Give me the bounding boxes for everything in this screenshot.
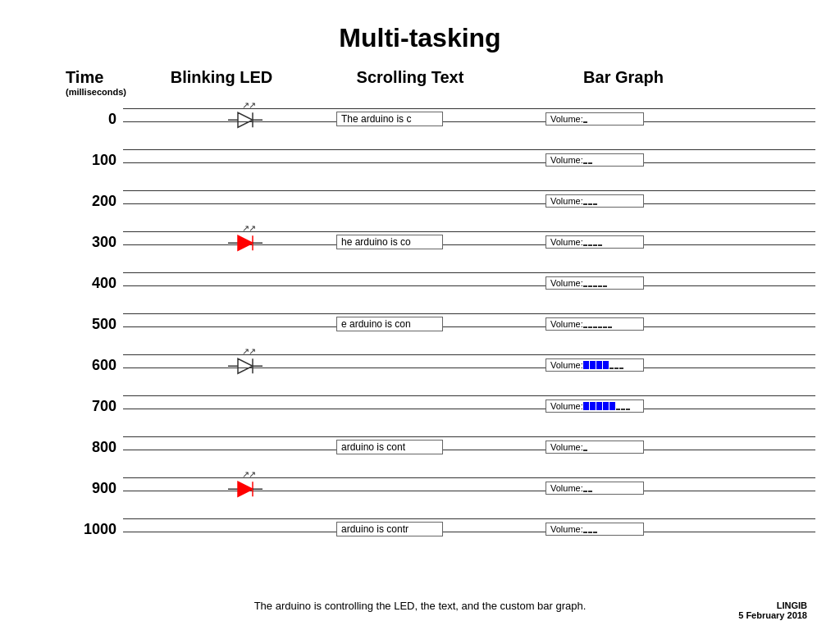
bar-segment bbox=[596, 402, 602, 410]
col-scroll-header: Scrolling Text bbox=[304, 68, 517, 87]
bar-segment bbox=[609, 402, 615, 410]
bar-graph-box: Volume: bbox=[546, 276, 644, 290]
timeline-line-top bbox=[123, 354, 815, 355]
scroll-text-box: arduino is contr bbox=[336, 522, 443, 536]
bar-segment bbox=[593, 238, 597, 246]
svg-marker-13 bbox=[238, 482, 253, 496]
bar-label: Volume: bbox=[550, 401, 583, 411]
bar-segment bbox=[588, 525, 592, 533]
bar-label: Volume: bbox=[550, 442, 583, 452]
led-symbol: ↗↗ bbox=[228, 223, 269, 252]
time-label: 800 bbox=[66, 439, 123, 456]
bar-segment bbox=[626, 402, 630, 410]
bar-segment bbox=[608, 320, 612, 328]
bar-segment bbox=[583, 279, 587, 287]
bar-segment bbox=[598, 279, 602, 287]
row-lines: ↗↗he arduino is coVolume: bbox=[123, 221, 815, 262]
row-lines: ↗↗Volume: bbox=[123, 468, 815, 509]
row-lines: arduino is contVolume: bbox=[123, 427, 815, 468]
col-time-header: Time bbox=[66, 68, 139, 87]
led-symbol: ↗↗ bbox=[228, 346, 269, 375]
bar-segment bbox=[583, 115, 587, 123]
table-row: 1000arduino is contrVolume: bbox=[66, 509, 815, 550]
led-arrows: ↗↗ bbox=[242, 223, 255, 234]
timeline-line-top bbox=[123, 272, 815, 273]
bar-segment bbox=[583, 443, 587, 451]
bar-segment bbox=[588, 279, 592, 287]
bar-graph-box: Volume: bbox=[546, 235, 644, 249]
led-svg bbox=[228, 357, 269, 375]
table-row: 300↗↗he arduino is coVolume: bbox=[66, 221, 815, 262]
timeline-line-bottom bbox=[123, 326, 815, 327]
timeline-line-top bbox=[123, 313, 815, 314]
svg-marker-1 bbox=[238, 112, 253, 127]
bar-label: Volume: bbox=[550, 114, 583, 124]
bar-segment bbox=[583, 361, 589, 369]
svg-marker-9 bbox=[238, 358, 253, 373]
bar-label: Volume: bbox=[550, 319, 583, 329]
bar-segment bbox=[603, 279, 607, 287]
time-label: 0 bbox=[66, 111, 123, 128]
bar-label: Volume: bbox=[550, 155, 583, 165]
table-row: 700Volume: bbox=[66, 386, 815, 427]
footer-caption: The arduino is controlling the LED, the … bbox=[0, 600, 840, 612]
time-label: 500 bbox=[66, 316, 123, 333]
scroll-text-box: e arduino is con bbox=[336, 317, 443, 331]
time-label: 600 bbox=[66, 357, 123, 374]
scroll-text-box: he arduino is co bbox=[336, 235, 443, 249]
timeline-line-bottom bbox=[123, 203, 815, 204]
bar-segment bbox=[593, 320, 597, 328]
timeline-line-top bbox=[123, 436, 815, 437]
timeline-line-bottom bbox=[123, 121, 815, 122]
bar-segment bbox=[621, 402, 625, 410]
time-label: 700 bbox=[66, 398, 123, 415]
scroll-text-box: The arduino is c bbox=[336, 112, 443, 126]
led-svg bbox=[228, 234, 269, 252]
col-led-header: Blinking LED bbox=[139, 68, 304, 87]
scroll-text-box: arduino is cont bbox=[336, 440, 443, 454]
timeline-line-top bbox=[123, 190, 815, 191]
bar-segment bbox=[583, 238, 587, 246]
led-svg bbox=[228, 480, 269, 498]
table-row: 600↗↗Volume: bbox=[66, 345, 815, 386]
led-arrows: ↗↗ bbox=[242, 469, 255, 480]
bar-label: Volume: bbox=[550, 237, 583, 247]
bar-segment bbox=[590, 402, 596, 410]
table-row: 200Volume: bbox=[66, 180, 815, 221]
table-row: 400Volume: bbox=[66, 262, 815, 304]
timeline-line-bottom bbox=[123, 532, 815, 532]
bar-label: Volume: bbox=[550, 524, 583, 534]
bar-segment bbox=[614, 361, 619, 369]
bar-graph-box: Volume: bbox=[546, 317, 644, 331]
bar-segment bbox=[603, 361, 609, 369]
bar-segment bbox=[588, 484, 592, 492]
table-row: 900↗↗Volume: bbox=[66, 468, 815, 509]
bar-segment bbox=[603, 402, 609, 410]
row-lines: arduino is contrVolume: bbox=[123, 509, 815, 550]
led-symbol: ↗↗ bbox=[228, 100, 269, 129]
bar-segment bbox=[583, 320, 587, 328]
bar-segment bbox=[603, 320, 607, 328]
footer-credit: LINGIB 5 February 2018 bbox=[738, 600, 807, 620]
time-label: 900 bbox=[66, 480, 123, 497]
row-lines: Volume: bbox=[123, 262, 815, 304]
bar-segment bbox=[593, 525, 597, 533]
timeline-line-bottom bbox=[123, 244, 815, 245]
timeline-line-bottom bbox=[123, 285, 815, 286]
bar-label: Volume: bbox=[550, 196, 583, 206]
col-time-sub: (milliseconds) bbox=[66, 87, 139, 97]
bar-segment bbox=[588, 320, 592, 328]
bar-graph-box: Volume: bbox=[546, 358, 644, 372]
bar-graph-box: Volume: bbox=[546, 482, 644, 495]
col-bar-header: Bar Graph bbox=[517, 68, 730, 87]
bar-graph-box: Volume: bbox=[546, 194, 644, 208]
bar-segment bbox=[609, 361, 614, 369]
bar-segment bbox=[583, 525, 587, 533]
bar-segment bbox=[593, 279, 597, 287]
bar-segment bbox=[588, 156, 592, 164]
bar-segment bbox=[588, 238, 592, 246]
bar-segment bbox=[616, 402, 620, 410]
led-arrows: ↗↗ bbox=[242, 100, 255, 111]
bar-graph-box: Volume: bbox=[546, 523, 644, 536]
page-title: Multi-tasking bbox=[0, 0, 840, 62]
